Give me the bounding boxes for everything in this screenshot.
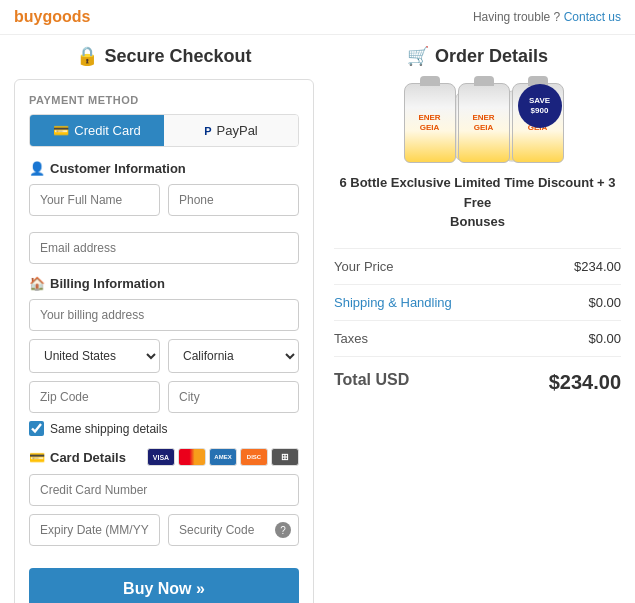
billing-address-input[interactable] — [29, 299, 299, 331]
payment-method-label: PAYMENT METHOD — [29, 94, 299, 106]
taxes-label: Taxes — [334, 331, 368, 346]
your-price-amount: $234.00 — [574, 259, 621, 274]
checkout-box: PAYMENT METHOD 💳 Credit Card P PayPal 👤 … — [14, 79, 314, 603]
card-number-input[interactable] — [29, 474, 299, 506]
shipping-label: Shipping & Handling — [334, 295, 452, 310]
order-title: Order Details — [435, 46, 548, 67]
full-name-input[interactable] — [29, 184, 160, 216]
phone-input[interactable] — [168, 184, 299, 216]
main-layout: 🔒 Secure Checkout PAYMENT METHOD 💳 Credi… — [0, 35, 635, 603]
right-panel: 🛒 Order Details ENERGEIA ENERGEIA — [334, 45, 621, 603]
card-title-label: Card Details — [50, 450, 126, 465]
security-group: ? — [168, 514, 299, 546]
tab-credit-label: Credit Card — [74, 123, 140, 138]
paypal-icon: P — [204, 125, 211, 137]
price-row-taxes: Taxes $0.00 — [334, 321, 621, 357]
product-description: 6 Bottle Exclusive Limited Time Discount… — [334, 173, 621, 232]
security-help-icon[interactable]: ? — [275, 522, 291, 538]
card-icon: 💳 — [29, 450, 45, 465]
your-price-label: Your Price — [334, 259, 394, 274]
state-group: California — [168, 339, 299, 373]
billing-info-header: 🏠 Billing Information — [29, 276, 299, 291]
expiry-security-row: ? — [29, 514, 299, 546]
same-shipping-row: Same shipping details — [29, 421, 299, 436]
logo-buy: buy — [14, 8, 42, 25]
discover-icon: DISC — [240, 448, 268, 466]
other-card-icon: ⊞ — [271, 448, 299, 466]
state-select[interactable]: California — [168, 339, 299, 373]
expiry-group — [29, 514, 160, 546]
tab-credit-card[interactable]: 💳 Credit Card — [30, 115, 164, 146]
lock-icon: 🔒 — [76, 45, 98, 67]
trouble-text: Having trouble ? — [473, 10, 560, 24]
billing-info-title: Billing Information — [50, 276, 165, 291]
bottle-front-mid: ENERGEIA — [458, 83, 510, 163]
save-badge-line1: SAVE — [529, 96, 550, 106]
visa-icon: VISA — [147, 448, 175, 466]
tab-paypal[interactable]: P PayPal — [164, 115, 298, 146]
card-details-title: 💳 Card Details — [29, 450, 126, 465]
save-badge-line2: $900 — [531, 106, 549, 116]
creditcard-icon: 💳 — [53, 123, 69, 138]
payment-tabs: 💳 Credit Card P PayPal — [29, 114, 299, 147]
city-input[interactable] — [168, 381, 299, 413]
city-group — [168, 381, 299, 413]
order-header: 🛒 Order Details — [334, 45, 621, 67]
customer-info-header: 👤 Customer Information — [29, 161, 299, 176]
expiry-input[interactable] — [29, 514, 160, 546]
price-row-your-price: Your Price $234.00 — [334, 249, 621, 285]
name-group — [29, 184, 160, 216]
card-number-group — [29, 474, 299, 506]
taxes-amount: $0.00 — [588, 331, 621, 346]
buy-now-button[interactable]: Buy Now » — [29, 568, 299, 603]
address-group — [29, 299, 299, 331]
customer-info-title: Customer Information — [50, 161, 186, 176]
same-shipping-label: Same shipping details — [50, 422, 167, 436]
country-state-row: United States California — [29, 339, 299, 373]
logo-goods: goods — [42, 8, 90, 25]
email-group — [29, 232, 299, 264]
total-label: Total USD — [334, 371, 409, 394]
mastercard-icon — [178, 448, 206, 466]
save-badge: SAVE $900 — [518, 84, 562, 128]
tab-paypal-label: PayPal — [217, 123, 258, 138]
logo: buygoods — [14, 8, 90, 26]
country-select[interactable]: United States — [29, 339, 160, 373]
name-phone-row — [29, 184, 299, 224]
zip-group — [29, 381, 160, 413]
amex-icon: AMEX — [209, 448, 237, 466]
zip-city-row — [29, 381, 299, 413]
total-amount: $234.00 — [549, 371, 621, 394]
card-icons: VISA AMEX DISC ⊞ — [147, 448, 299, 466]
checkout-title: Secure Checkout — [104, 46, 251, 67]
email-input[interactable] — [29, 232, 299, 264]
top-right: Having trouble ? Contact us — [473, 10, 621, 24]
person-icon: 👤 — [29, 161, 45, 176]
billing-icon: 🏠 — [29, 276, 45, 291]
country-group: United States — [29, 339, 160, 373]
price-row-total: Total USD $234.00 — [334, 361, 621, 404]
zip-input[interactable] — [29, 381, 160, 413]
phone-group — [168, 184, 299, 216]
price-table: Your Price $234.00 Shipping & Handling $… — [334, 248, 621, 404]
price-row-shipping: Shipping & Handling $0.00 — [334, 285, 621, 321]
contact-link[interactable]: Contact us — [564, 10, 621, 24]
product-image-container: ENERGEIA ENERGEIA ENERGEIA — [334, 79, 621, 163]
card-details-header: 💳 Card Details VISA AMEX DISC ⊞ — [29, 448, 299, 466]
checkout-header: 🔒 Secure Checkout — [14, 45, 314, 67]
same-shipping-checkbox[interactable] — [29, 421, 44, 436]
shipping-amount: $0.00 — [588, 295, 621, 310]
bottle-front-left: ENERGEIA — [404, 83, 456, 163]
product-desc-text: 6 Bottle Exclusive Limited Time Discount… — [339, 175, 615, 229]
cart-icon: 🛒 — [407, 45, 429, 67]
top-bar: buygoods Having trouble ? Contact us — [0, 0, 635, 35]
left-panel: 🔒 Secure Checkout PAYMENT METHOD 💳 Credi… — [14, 45, 314, 603]
